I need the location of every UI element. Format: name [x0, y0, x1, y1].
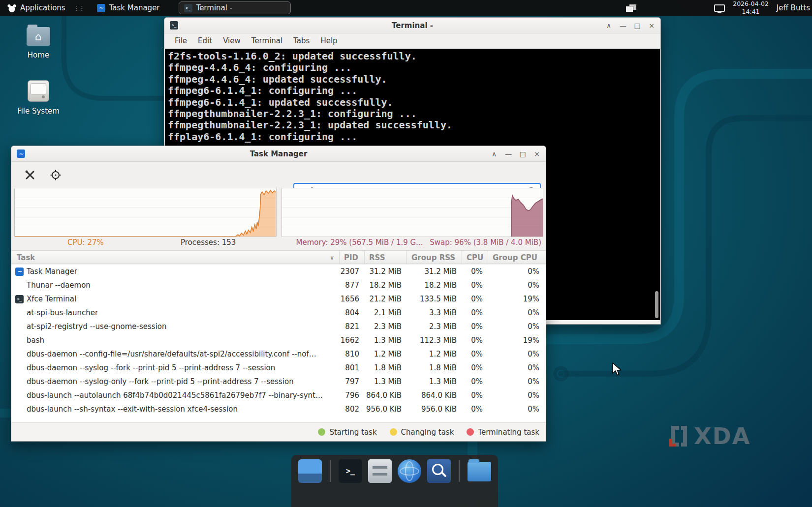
- group-rss-value: 1.3 MiB: [406, 377, 462, 386]
- app-finder-launcher-icon[interactable]: [427, 459, 451, 483]
- desktop-icon-label: File System: [17, 107, 60, 116]
- applications-label: Applications: [20, 3, 65, 12]
- desktop-preview-icon[interactable]: [298, 459, 322, 483]
- table-row[interactable]: dbus-daemon --syslog --fork --print-pid …: [11, 361, 546, 375]
- menu-item[interactable]: Terminal: [246, 34, 288, 47]
- group-cpu-value: 0%: [488, 405, 546, 414]
- group-cpu-value: 0%: [488, 308, 546, 317]
- task-name: dbus-daemon --syslog-only --fork --print…: [27, 377, 294, 386]
- group-rss-value: 18.2 MiB: [406, 281, 462, 290]
- rss-value: 1.2 MiB: [364, 350, 406, 358]
- folder-launcher-icon[interactable]: [468, 462, 491, 481]
- status-legend: Starting task Changing task Terminating …: [11, 422, 546, 441]
- maximize-button[interactable]: □: [633, 22, 641, 30]
- memory-usage-graph: [281, 188, 544, 237]
- terminal-icon: [15, 295, 24, 303]
- legend-label: Terminating task: [478, 428, 539, 437]
- legend-label: Starting task: [329, 428, 376, 437]
- menu-item[interactable]: View: [218, 34, 246, 47]
- maximize-button[interactable]: □: [519, 150, 527, 158]
- group-rss-value: 1.8 MiB: [406, 363, 462, 372]
- pid-value: 797: [339, 377, 364, 386]
- user-name[interactable]: Jeff Butts: [777, 3, 810, 12]
- desktop-icon[interactable]: Home: [14, 27, 63, 60]
- web-browser-launcher-icon[interactable]: [398, 459, 421, 483]
- table-row[interactable]: dbus-daemon --config-file=/usr/share/def…: [11, 347, 546, 361]
- display-icon[interactable]: [714, 4, 725, 12]
- group-cpu-value: 0%: [488, 363, 546, 372]
- table-row[interactable]: Xfce Terminal 1656 21.2 MiB 133.5 MiB 0%…: [11, 292, 546, 306]
- table-row[interactable]: at-spi2-registryd --use-gnome-session 82…: [11, 320, 546, 333]
- terminal-line: ffmpeg6-6.1.4_1: configuring ...: [168, 85, 657, 96]
- group-rss-value: 1.2 MiB: [406, 350, 462, 358]
- cpu-usage-graph: [14, 188, 277, 237]
- legend-dot: [467, 428, 474, 436]
- sort-chevron-down-icon: ∨: [330, 254, 334, 261]
- panel-grip-handle[interactable]: ⋮⋮: [73, 4, 84, 12]
- table-row[interactable]: dbus-launch --sh-syntax --exit-with-sess…: [11, 402, 546, 416]
- dock-separator[interactable]: [459, 460, 460, 482]
- group-cpu-value: 0%: [488, 281, 546, 290]
- table-row[interactable]: Task Manager 2307 31.2 MiB 31.2 MiB 0% 0…: [11, 265, 546, 278]
- legend-item: Starting task: [318, 428, 376, 437]
- desktop-icon[interactable]: File System: [14, 80, 63, 116]
- menu-item[interactable]: Edit: [192, 34, 218, 47]
- close-button[interactable]: ×: [533, 150, 541, 158]
- table-row[interactable]: Thunar --daemon 877 18.2 MiB 18.2 MiB 0%…: [11, 278, 546, 292]
- task-manager-window-title: Task Manager: [11, 149, 546, 158]
- terminal-line: ffmpeg6-6.1.4_1: updated successfully.: [168, 97, 657, 108]
- minimize-button[interactable]: —: [504, 150, 512, 158]
- home-folder-icon: [27, 27, 50, 46]
- panel-window-button-terminal[interactable]: Terminal -: [179, 1, 291, 14]
- menu-item[interactable]: Help: [315, 34, 343, 47]
- task-name: Thunar --daemon: [27, 281, 91, 290]
- task-name: dbus-launch --autolaunch 68f4b74b0d02144…: [27, 391, 323, 400]
- applications-menu-button[interactable]: Applications: [4, 1, 68, 14]
- rss-value: 1.3 MiB: [364, 336, 406, 345]
- shade-button[interactable]: ∧: [490, 150, 498, 158]
- table-row[interactable]: dbus-launch --autolaunch 68f4b74b0d02144…: [11, 388, 546, 402]
- window-button-label: Task Manager: [109, 3, 160, 12]
- swap-usage-label: Swap: 96% (3.8 MiB / 4.0 MiB): [430, 238, 541, 249]
- menu-item[interactable]: File: [169, 34, 192, 47]
- legend-item: Terminating task: [467, 428, 539, 437]
- table-row[interactable]: at-spi-bus-launcher 804 2.1 MiB 3.3 MiB …: [11, 306, 546, 320]
- minimize-button[interactable]: —: [619, 22, 627, 30]
- identify-window-icon[interactable]: [49, 168, 62, 182]
- group-cpu-value: 19%: [488, 295, 546, 303]
- task-manager-titlebar[interactable]: Task Manager ∧ — □ ×: [11, 146, 546, 162]
- clock[interactable]: 2026-04-02 14:41: [733, 0, 769, 15]
- column-header-task[interactable]: Task ∨: [11, 251, 339, 265]
- settings-icon[interactable]: [23, 168, 37, 182]
- close-button[interactable]: ×: [648, 22, 656, 30]
- terminal-window-title: Terminal -: [164, 21, 660, 30]
- pid-value: 796: [339, 391, 364, 400]
- xda-watermark-text: XDA: [694, 423, 750, 449]
- table-row[interactable]: dbus-daemon --syslog-only --fork --print…: [11, 375, 546, 388]
- column-header-group-cpu[interactable]: Group CPU: [488, 251, 546, 265]
- column-header-group-rss[interactable]: Group RSS: [406, 251, 462, 265]
- column-header-rss[interactable]: RSS: [364, 251, 406, 265]
- memory-usage-label: Memory: 29% (567.5 MiB / 1.9 G...: [296, 238, 423, 249]
- file-manager-launcher-icon[interactable]: [368, 459, 392, 483]
- group-cpu-value: 0%: [488, 267, 546, 276]
- task-manager-toolbar: ×: [11, 162, 546, 187]
- menu-item[interactable]: Tabs: [288, 34, 315, 47]
- shade-button[interactable]: ∧: [605, 22, 613, 30]
- xda-bracket-icon: [668, 424, 690, 448]
- xda-watermark: XDA: [668, 423, 750, 449]
- window-list-icon[interactable]: [625, 3, 637, 12]
- terminal-scrollbar-thumb[interactable]: [655, 291, 658, 318]
- column-header-pid[interactable]: PID: [339, 251, 364, 265]
- table-row[interactable]: bash 1662 1.3 MiB 112.3 MiB 0% 19%: [11, 333, 546, 347]
- terminal-launcher-icon[interactable]: [339, 459, 362, 483]
- dock-separator[interactable]: [330, 460, 331, 482]
- terminal-titlebar[interactable]: Terminal - ∧ — □ ×: [164, 18, 660, 33]
- panel-window-button-task-manager[interactable]: Task Manager: [92, 1, 165, 14]
- legend-item: Changing task: [390, 428, 454, 437]
- rss-value: 2.3 MiB: [364, 322, 406, 331]
- desktop-icons: Home File System: [14, 27, 63, 116]
- pid-value: 801: [339, 363, 364, 372]
- rss-value: 18.2 MiB: [364, 281, 406, 290]
- column-header-cpu[interactable]: CPU: [462, 251, 488, 265]
